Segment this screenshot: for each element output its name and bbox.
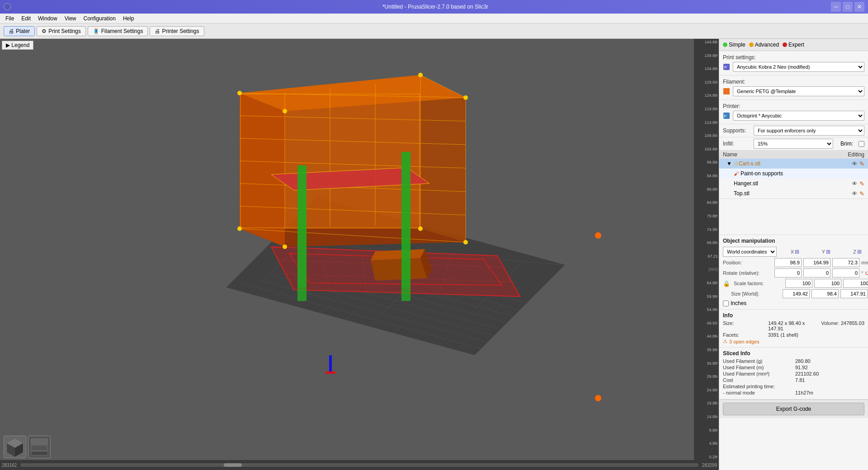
object-item-cart[interactable]: ▼ ⚠ Cart-s.stl 👁 ✎: [719, 159, 868, 169]
scale-z-input[interactable]: [843, 279, 868, 288]
maximize-button[interactable]: □: [843, 2, 853, 12]
expert-mode-dot: [783, 42, 787, 47]
printer-dropdown[interactable]: Octoprint * Anycubic: [733, 111, 864, 121]
svg-point-70: [283, 244, 287, 249]
print-time-row: Estimated printing time:: [723, 384, 864, 389]
ruler-tick: 4.88: [695, 441, 718, 446]
z-axis-reset[interactable]: ⊞: [857, 249, 862, 255]
print-settings-label: Print settings:: [723, 54, 756, 61]
position-z-input[interactable]: [832, 258, 859, 267]
info-title: Info: [723, 312, 864, 319]
top-visibility-icon[interactable]: 👁: [852, 190, 858, 197]
inches-checkbox[interactable]: [723, 301, 729, 306]
print-settings-icon: ⚙: [42, 28, 47, 34]
supports-label: Supports:: [723, 127, 750, 134]
svg-rect-61: [329, 355, 332, 373]
svg-point-67: [237, 226, 242, 231]
scale-lock-icon[interactable]: 🔒: [723, 280, 730, 287]
object-item-top[interactable]: Top.stl 👁 ✎: [719, 188, 868, 198]
position-label: Position:: [723, 260, 773, 265]
rotate-row: Rotate (relative): ° ↺: [723, 268, 864, 277]
scale-x-input[interactable]: [785, 279, 812, 288]
object-item-hanger[interactable]: Hanger.stl 👁 ✎: [719, 179, 868, 188]
svg-point-63: [237, 91, 242, 95]
printer-settings-tab[interactable]: 🖨 Printer Settings: [150, 26, 204, 36]
filament-dropdown[interactable]: Generic PETG @Template: [733, 86, 864, 96]
brim-checkbox[interactable]: [859, 141, 864, 147]
position-row: Position: mm: [723, 258, 864, 267]
print-profile-dropdown[interactable]: Anycubic Kobra 2 Neo (modified): [733, 62, 864, 72]
minimize-button[interactable]: ─: [831, 2, 841, 12]
advanced-mode-label: Advanced: [755, 42, 779, 48]
menu-window[interactable]: Window: [34, 14, 61, 23]
size-y-input[interactable]: [811, 289, 839, 298]
printer-section: Printer: P Octoprint * Anycubic: [719, 100, 868, 124]
advanced-mode-btn[interactable]: Advanced: [749, 42, 779, 48]
object-name-hanger: Hanger.stl: [734, 180, 852, 187]
x-axis-reset[interactable]: ⊞: [795, 249, 799, 255]
menu-help[interactable]: Help: [119, 14, 138, 23]
coord-system-dropdown[interactable]: World coordinates Local coordinates: [723, 247, 777, 257]
paint-on-supports-item[interactable]: 🖌 Paint-on supports: [719, 169, 868, 179]
3d-scene[interactable]: [0, 39, 719, 470]
ruler-tick: 134.88: [695, 66, 718, 71]
menu-view[interactable]: View: [61, 14, 80, 23]
y-axis-reset[interactable]: ⊞: [826, 249, 830, 255]
rotate-z-input[interactable]: [832, 268, 859, 277]
svg-text:P: P: [724, 114, 726, 118]
print-profile-icon: P: [723, 63, 730, 70]
expand-chevron[interactable]: ▼: [726, 160, 732, 167]
printer-settings-icon: 🖨: [155, 28, 160, 34]
navigation-cube[interactable]: [4, 436, 51, 458]
menu-configuration[interactable]: Configuration: [80, 14, 119, 23]
print-settings-tab[interactable]: ⚙ Print Settings: [37, 26, 85, 36]
cost-value: 7.81: [795, 377, 805, 383]
edit-icon[interactable]: ✎: [859, 160, 864, 167]
top-edit-icon[interactable]: ✎: [859, 190, 864, 197]
supports-dropdown[interactable]: For support enforcers only: [754, 126, 864, 136]
z-axis-label: Z ⊞: [843, 249, 868, 255]
export-gcode-button[interactable]: Export G-code: [723, 403, 864, 415]
close-button[interactable]: ✕: [854, 2, 864, 12]
inches-row: Inches: [723, 300, 864, 306]
infill-dropdown[interactable]: 15%: [754, 139, 833, 149]
filament-row: Filament:: [723, 79, 864, 85]
open-edges-row: ⚠ 3 open edges: [723, 338, 864, 344]
hanger-visibility-icon[interactable]: 👁: [852, 180, 858, 187]
simple-mode-btn[interactable]: Simple: [723, 42, 745, 48]
expert-mode-btn[interactable]: Expert: [783, 42, 804, 48]
rotate-reset-btn[interactable]: ↺: [865, 269, 868, 277]
coord-left: 283162: [2, 463, 17, 468]
settings-tabs: Simple Advanced Expert: [719, 39, 868, 51]
viewport[interactable]: ▶ Legend: [0, 39, 719, 470]
scale-y-input[interactable]: [814, 279, 841, 288]
menu-file[interactable]: File: [2, 14, 18, 23]
filament-icon: 🧵: [93, 28, 99, 34]
ruler-tick: 14.88: [695, 414, 718, 419]
ruler-tick: 49.91: [695, 321, 718, 325]
simple-mode-dot: [723, 42, 727, 47]
rotate-y-input[interactable]: [803, 268, 830, 277]
print-profile-row: P Anycubic Kobra 2 Neo (modified): [723, 62, 864, 72]
filament-m-value: 91.92: [795, 365, 808, 370]
hanger-edit-icon[interactable]: ✎: [859, 180, 864, 187]
legend-panel[interactable]: ▶ Legend: [2, 41, 33, 50]
plater-icon: 🖨: [9, 28, 14, 34]
size-x-input[interactable]: [783, 289, 810, 298]
visibility-icon[interactable]: 👁: [852, 160, 858, 167]
legend-label: Legend: [11, 42, 29, 48]
size-label: Size [World]:: [731, 291, 781, 296]
object-name-top: Top.stl: [734, 190, 852, 197]
filament-settings-tab[interactable]: 🧵 Filament Settings: [88, 26, 148, 36]
object-icons: 👁 ✎: [852, 160, 864, 167]
ruler-tick: 79.88: [695, 214, 718, 218]
position-y-input[interactable]: [803, 258, 830, 267]
plater-tab[interactable]: 🖨 Plater: [4, 26, 35, 36]
ruler-tick: 34.88: [695, 361, 718, 366]
printer-label: Printer:: [723, 103, 750, 109]
rotate-x-input[interactable]: [774, 268, 802, 277]
position-x-input[interactable]: [774, 258, 802, 267]
top-icons: 👁 ✎: [852, 190, 864, 197]
menu-edit[interactable]: Edit: [18, 14, 34, 23]
size-z-input[interactable]: [840, 289, 868, 298]
